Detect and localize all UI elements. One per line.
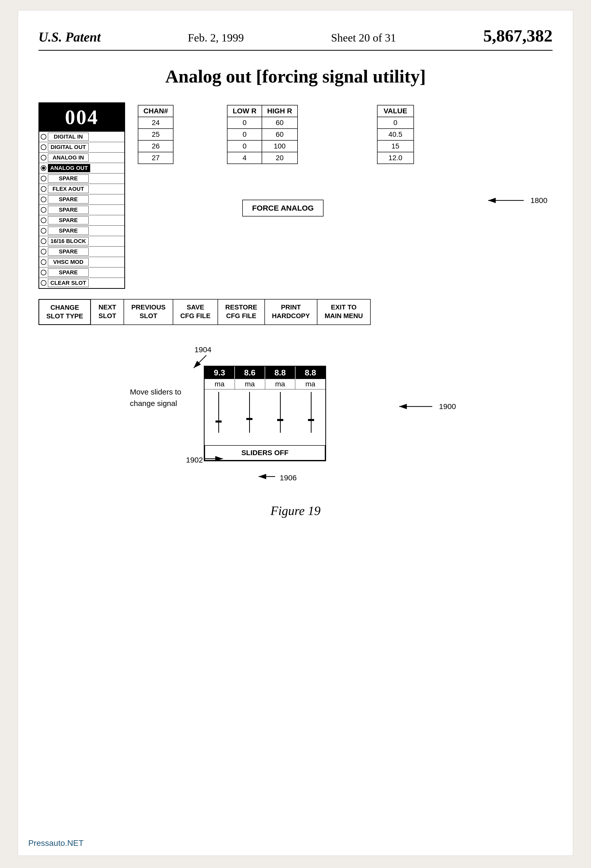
slot-item-spare1[interactable]: SPARE — [39, 173, 124, 184]
value-row-1: 0 — [377, 117, 414, 128]
low-r-header: LOW R — [227, 105, 262, 117]
radio-spare4 — [41, 217, 46, 223]
slot-item-analog-in[interactable]: ANALOG IN — [39, 152, 124, 163]
slider-track-1[interactable] — [218, 392, 219, 443]
save-cfg-file-button[interactable]: SAVECFG FILE — [173, 299, 218, 325]
low-r-1: 0 — [227, 117, 262, 128]
print-hardcopy-button[interactable]: PRINTHARDCOPY — [265, 299, 318, 325]
restore-cfg-file-button[interactable]: RESTORECFG FILE — [218, 299, 264, 325]
figure-19-area: 1904 Move sliders to change signal — [38, 345, 553, 518]
slot-label-flex-aout: FLEX AOUT — [48, 185, 89, 193]
high-r-1: 60 — [262, 117, 297, 128]
exit-to-main-menu-button[interactable]: EXIT TOMAIN MENU — [318, 299, 370, 325]
radio-spare5 — [41, 228, 46, 233]
slider-units-row: ma ma ma ma — [205, 379, 325, 389]
slider-unit-2: ma — [235, 379, 265, 389]
force-analog-button[interactable]: FORCE ANALOG — [242, 200, 323, 217]
slider-values-row: 9.3 8.6 8.8 8.8 — [205, 366, 325, 379]
annotation-1902: 1902 — [186, 455, 225, 465]
high-r-2: 60 — [262, 128, 297, 140]
slider-tracks-row — [205, 389, 325, 445]
slot-item-spare3[interactable]: SPARE — [39, 205, 124, 215]
slider-val-1: 9.3 — [205, 366, 235, 379]
annotation-1800-label: 1800 — [530, 196, 547, 205]
high-r-header: HIGH R — [262, 105, 297, 117]
slot-label-digital-out: DIGITAL OUT — [48, 143, 89, 151]
high-r-4: 20 — [262, 152, 297, 164]
radio-spare3 — [41, 207, 46, 213]
slot-item-spare7[interactable]: SPARE — [39, 267, 124, 278]
slot-label-spare5: SPARE — [48, 227, 89, 235]
slot-item-analog-out[interactable]: ANALOG OUT — [39, 163, 124, 173]
slot-label-analog-out: ANALOG OUT — [48, 164, 90, 172]
annotation-1900: 1900 — [397, 402, 456, 412]
slot-item-digital-out[interactable]: DIGITAL OUT — [39, 142, 124, 152]
patent-office: U.S. Patent — [38, 30, 100, 44]
annotation-1906-label: 1906 — [280, 474, 297, 482]
patent-page: U.S. Patent Feb. 2, 1999 Sheet 20 of 31 … — [18, 10, 573, 856]
slot-item-flex-aout[interactable]: FLEX AOUT — [39, 184, 124, 194]
slot-label-analog-in: ANALOG IN — [48, 154, 89, 162]
radio-analog-out — [41, 165, 46, 171]
slot-label-spare4: SPARE — [48, 216, 89, 224]
slot-label-spare1: SPARE — [48, 174, 89, 183]
value-row-2: 40.5 — [377, 128, 414, 140]
arrow-1906-icon — [257, 473, 278, 483]
annotation-1906: 1906 — [257, 473, 297, 483]
radio-analog-in — [41, 155, 46, 161]
value-table: VALUE 0 40.5 15 12.0 — [377, 105, 414, 164]
patent-date: Feb. 2, 1999 — [188, 31, 244, 44]
low-r-4: 4 — [227, 152, 262, 164]
slider-unit-1: ma — [205, 379, 235, 389]
channel-section: CHAN# 24 25 26 27 — [138, 105, 173, 164]
previous-slot-button[interactable]: PREVIOUSSLOT — [124, 299, 173, 325]
patent-number: 5,867,382 — [483, 26, 553, 46]
value-section: VALUE 0 40.5 15 12.0 — [377, 105, 414, 164]
radio-digital-in — [41, 134, 46, 140]
slot-item-spare4[interactable]: SPARE — [39, 215, 124, 226]
slot-item-spare2[interactable]: SPARE — [39, 194, 124, 205]
slot-label-spare2: SPARE — [48, 195, 89, 204]
slot-item-vhsc-mod[interactable]: VHSC MOD — [39, 257, 124, 267]
slider-track-4[interactable] — [311, 392, 312, 443]
slot-number: 004 — [39, 103, 124, 131]
radio-clear-slot — [41, 280, 46, 286]
slider-track-2[interactable] — [249, 392, 250, 443]
radio-flex-aout — [41, 186, 46, 192]
slider-track-3[interactable] — [280, 392, 281, 443]
chan-row-2: 25 — [138, 128, 173, 140]
slot-label-clear-slot: CLEAR SLOT — [48, 279, 89, 287]
slider-val-4: 8.8 — [296, 366, 325, 379]
change-slot-type-button[interactable]: CHANGESLOT TYPE — [38, 299, 91, 325]
chan-row-4: 27 — [138, 152, 173, 164]
value-row-4: 12.0 — [377, 152, 414, 164]
slot-label-vhsc-mod: VHSC MOD — [48, 258, 89, 266]
arrow-1902-icon — [205, 455, 225, 465]
annotation-1800: 1800 — [486, 194, 547, 207]
slot-item-spare5[interactable]: SPARE — [39, 226, 124, 236]
lowhigh-table: LOW R HIGH R 0 60 0 60 0 100 — [227, 105, 297, 164]
slot-item-digital-in[interactable]: DIGITAL IN — [39, 131, 124, 142]
patent-header: U.S. Patent Feb. 2, 1999 Sheet 20 of 31 … — [38, 26, 553, 51]
slot-item-clear-slot[interactable]: CLEAR SLOT — [39, 278, 124, 288]
slider-diagram: 1904 Move sliders to change signal — [130, 345, 461, 488]
chan-header: CHAN# — [138, 105, 173, 117]
slot-panel: 004 DIGITAL IN DIGITAL OUT ANALOG IN ANA… — [38, 102, 125, 289]
radio-spare2 — [41, 196, 46, 202]
arrow-1900-icon — [397, 402, 435, 412]
slot-item-spare6[interactable]: SPARE — [39, 246, 124, 257]
chan-row-1: 24 — [138, 117, 173, 128]
channel-table: CHAN# 24 25 26 27 — [138, 105, 173, 164]
slot-label-spare6: SPARE — [48, 248, 89, 256]
annotation-1904-label: 1904 — [194, 345, 211, 354]
slot-label-spare3: SPARE — [48, 206, 89, 214]
slider-unit-4: ma — [295, 379, 325, 389]
slider-val-3: 8.8 — [265, 366, 296, 379]
next-slot-button[interactable]: NEXTSLOT — [91, 299, 124, 325]
slider-val-2: 8.6 — [235, 366, 265, 379]
value-header: VALUE — [377, 105, 414, 117]
radio-digital-out — [41, 145, 46, 150]
slot-label-16-16-block: 16/16 BLOCK — [48, 237, 89, 245]
low-r-3: 0 — [227, 140, 262, 152]
slot-item-16-16-block[interactable]: 16/16 BLOCK — [39, 236, 124, 246]
